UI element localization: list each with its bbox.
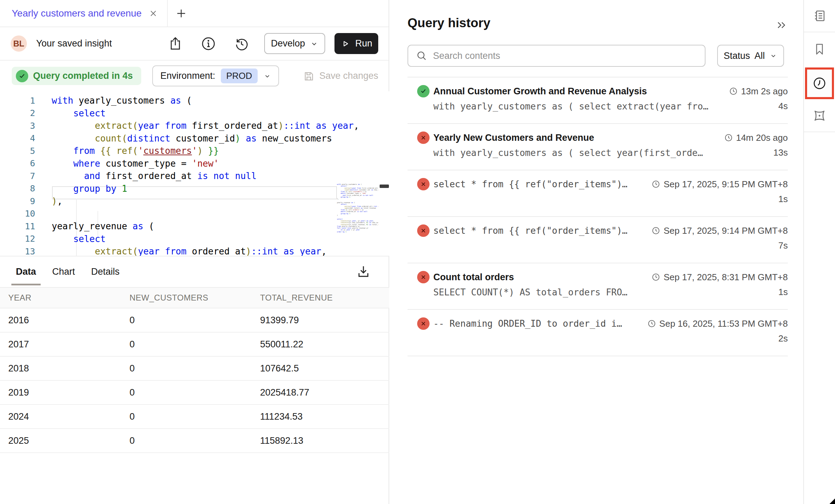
query-status-text: Query completed in 4s [33, 71, 133, 81]
table-row: 20180107642.5 [0, 357, 389, 381]
code-lines: 1with yearly_customers as (2 select3 ext… [0, 94, 337, 256]
save-icon [303, 70, 315, 82]
line-number: 3 [0, 121, 35, 131]
success-check-icon [16, 70, 28, 82]
line-number: 7 [0, 171, 35, 181]
code-line: 1with yearly_customers as ( [0, 94, 337, 107]
clock-icon [729, 87, 738, 96]
history-restore-icon [234, 36, 249, 51]
query-history-panel-button[interactable] [805, 67, 834, 99]
history-item[interactable]: -- Renaming ORDER_ID to order_id i… Sep … [408, 310, 788, 356]
download-results-button[interactable] [356, 264, 371, 279]
clock-icon [651, 180, 660, 189]
line-number: 8 [0, 183, 35, 193]
history-item[interactable]: select * from {{ ref("order_items")… Sep… [408, 217, 788, 263]
code-line: 5 from {{ ref('customers') }} [0, 145, 337, 157]
editor-scrollbar-thumb[interactable] [380, 185, 389, 188]
history-item[interactable]: select * from {{ ref("order_items")… Sep… [408, 170, 788, 217]
table-cell: 2017 [0, 339, 130, 350]
editor-pane: Yearly customers and revenue BL Your sav… [0, 0, 389, 504]
table-cell: 0 [130, 411, 260, 422]
status-row: Query completed in 4s Environment: PROD … [0, 61, 389, 91]
clock-icon [724, 133, 733, 142]
history-item-duration: 2s [779, 333, 788, 344]
table-cell: 107642.5 [260, 363, 389, 374]
results-table-body: 2016091399.7920170550011.2220180107642.5… [0, 308, 389, 453]
line-number: 9 [0, 196, 35, 206]
explore-panel-button[interactable] [804, 100, 835, 132]
table-cell: 2024 [0, 411, 130, 422]
chevron-down-icon [769, 52, 777, 60]
table-cell: 91399.79 [260, 315, 389, 326]
history-item-time: Sep 17, 2025, 9:15 PM GMT+8 [663, 179, 788, 190]
code-line: 3 extract(year from first_ordered_at)::i… [0, 119, 337, 132]
table-row: 201902025418.77 [0, 381, 389, 405]
history-item-time: 14m 20s ago [736, 133, 788, 143]
history-item-duration: 13s [773, 147, 788, 158]
resize-corner [829, 498, 835, 504]
history-search[interactable] [408, 45, 705, 67]
history-item-duration: 1s [779, 287, 788, 297]
tab-yearly-customers[interactable]: Yearly customers and revenue [0, 0, 168, 27]
table-cell: 0 [130, 435, 260, 446]
history-item[interactable]: Count total orders Sep 17, 2025, 8:31 PM… [408, 263, 788, 310]
version-history-button[interactable] [234, 36, 249, 51]
download-icon [356, 264, 371, 279]
close-tab-icon[interactable] [148, 9, 158, 18]
info-icon [201, 36, 216, 51]
tab-bar: Yearly customers and revenue [0, 0, 389, 27]
history-item[interactable]: Yearly New Customers and Revenue 14m 20s… [408, 124, 788, 170]
code-line: 13 extract(year from ordered_at)::int as… [0, 245, 337, 256]
clock-icon [651, 273, 660, 282]
play-icon [340, 39, 351, 49]
history-item-time: Sep 17, 2025, 9:14 PM GMT+8 [663, 225, 788, 236]
environment-dropdown[interactable]: Environment: PROD [152, 65, 279, 86]
query-history-title: Query history [408, 16, 491, 30]
run-button[interactable]: Run [334, 33, 378, 54]
environment-label: Environment: [161, 71, 215, 81]
avatar: BL [11, 35, 27, 52]
history-item-duration: 7s [779, 240, 788, 251]
history-item-time: 13m 2s ago [741, 86, 788, 97]
chevron-down-icon [263, 72, 271, 80]
table-row: 20250115892.13 [0, 429, 389, 453]
new-tab-button[interactable] [175, 8, 187, 19]
editor-minimap[interactable]: with yearly_customers as ( select extrac… [337, 183, 378, 233]
develop-dropdown[interactable]: Develop [264, 33, 325, 54]
line-number: 6 [0, 158, 35, 168]
error-icon [417, 224, 430, 237]
results-tab-bar: DataChartDetails [0, 256, 389, 287]
results-tab-data[interactable]: Data [16, 266, 36, 277]
save-changes-button[interactable]: Save changes [303, 70, 378, 82]
results-tab-details[interactable]: Details [91, 266, 120, 277]
error-icon [417, 178, 430, 190]
tab-title: Yearly customers and revenue [12, 8, 142, 19]
table-cell: 550011.22 [260, 339, 389, 350]
history-search-input[interactable] [433, 51, 705, 61]
chevron-down-icon [310, 39, 319, 48]
share-button[interactable] [168, 36, 183, 51]
history-item-sql-preview: with yearly_customers as ( select extrac… [433, 101, 708, 112]
results-panel: DataChartDetails YEARNEW_CUSTOMERSTOTAL_… [0, 256, 389, 453]
success-icon [417, 85, 430, 97]
error-icon [417, 317, 430, 330]
sql-editor[interactable]: 1with yearly_customers as (2 select3 ext… [0, 91, 389, 256]
line-number: 2 [0, 108, 35, 118]
code-line: 2 select [0, 107, 337, 120]
history-item-duration: 4s [779, 101, 788, 112]
table-cell: 0 [130, 363, 260, 374]
collapse-panel-button[interactable] [775, 19, 788, 32]
info-button[interactable] [201, 36, 216, 51]
error-icon [417, 132, 430, 144]
line-number: 10 [0, 209, 35, 219]
bookmarks-panel-button[interactable] [804, 32, 835, 66]
insight-toolbar: BL Your saved insight Develop Run [0, 27, 389, 61]
notebook-panel-button[interactable] [804, 0, 835, 32]
column-header: NEW_CUSTOMERS [130, 293, 260, 303]
table-cell: 2025418.77 [260, 387, 389, 398]
history-item[interactable]: Annual Customer Growth and Revenue Analy… [408, 77, 788, 124]
line-number: 12 [0, 234, 35, 244]
status-filter-dropdown[interactable]: Status All [717, 45, 784, 67]
history-item-title: select * from {{ ref("order_items")… [433, 225, 628, 236]
results-tab-chart[interactable]: Chart [52, 266, 75, 277]
